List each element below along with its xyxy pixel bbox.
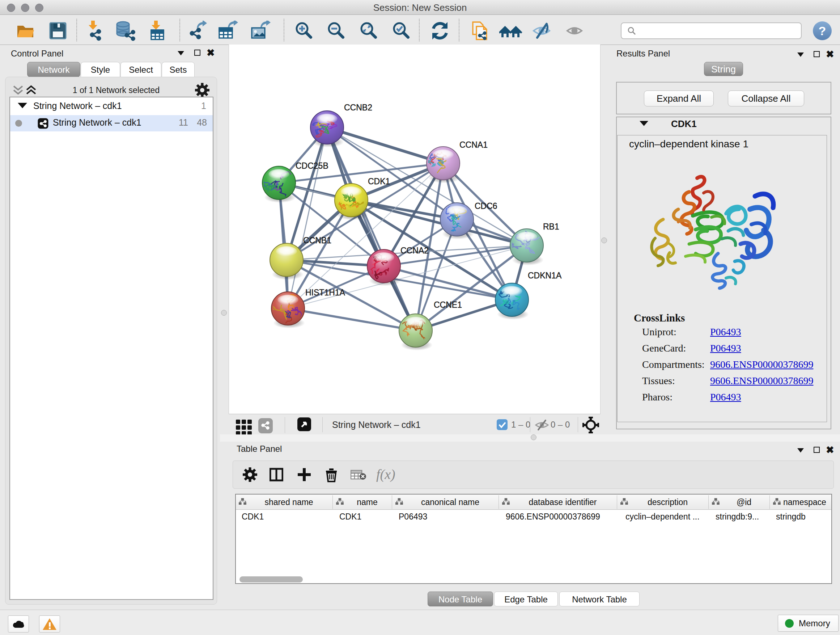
svg-text:CCNA2: CCNA2 (401, 246, 429, 255)
svg-text:CCNE1: CCNE1 (434, 300, 462, 310)
svg-text:CCNB2: CCNB2 (344, 103, 372, 112)
svg-text:CCNB1: CCNB1 (303, 236, 332, 245)
svg-text:HIST1H1A: HIST1H1A (305, 288, 346, 297)
svg-text:CDC6: CDC6 (475, 201, 497, 211)
svg-text:CDC25B: CDC25B (295, 161, 328, 171)
svg-text:CDK1: CDK1 (368, 177, 390, 186)
svg-text:CDKN1A: CDKN1A (528, 271, 562, 280)
svg-text:RB1: RB1 (543, 222, 559, 231)
svg-text:CCNA1: CCNA1 (459, 140, 488, 149)
